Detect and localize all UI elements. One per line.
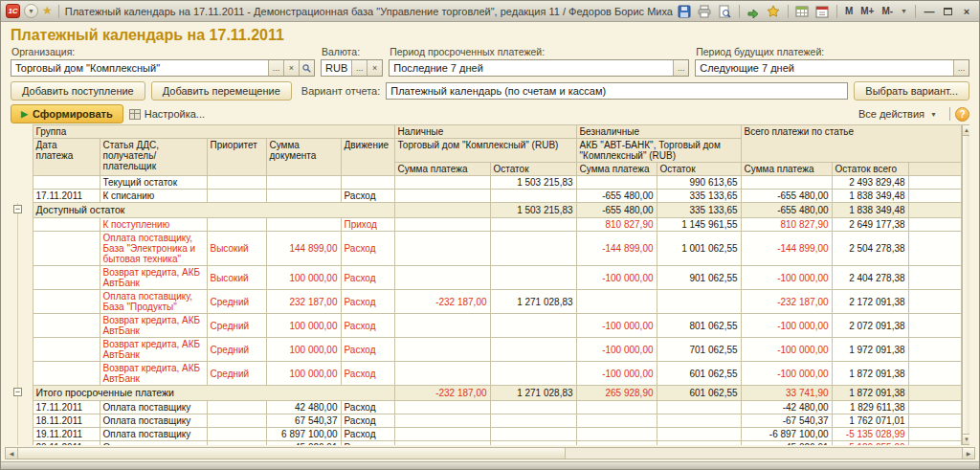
cell-article[interactable]: Возврат кредита, АКБ АвтБанк [100,266,207,290]
cell-amount[interactable] [394,314,490,338]
overdue-period-select-button[interactable]: ... [673,60,688,76]
close-button[interactable]: × [959,6,974,17]
cell-movement[interactable]: Расход [341,314,394,338]
cell-amount[interactable]: -45 026,91 [741,441,832,446]
cell-amount[interactable]: 2 404 278,38 [832,266,908,290]
table-row[interactable]: Возврат кредита, АКБ АвтБанкСредний100 0… [11,338,961,362]
cell-date[interactable] [33,362,100,386]
cell-amount[interactable] [490,338,576,362]
cell-priority[interactable] [207,441,266,446]
cell-amount[interactable]: -655 480,00 [576,203,657,218]
cell-amount[interactable]: -655 480,00 [576,190,657,203]
cell-amount[interactable]: -144 899,00 [741,232,832,266]
add-receipt-button[interactable]: Добавить поступление [11,81,145,101]
cell-amount[interactable] [657,428,741,441]
cell-priority[interactable]: Высокий [207,266,266,290]
add-transfer-button[interactable]: Добавить перемещение [151,81,292,101]
cell-movement[interactable]: Расход [341,190,394,203]
cell-doc-sum[interactable] [266,218,341,232]
table-row[interactable]: 19.11.2011Оплата поставщику6 897 100,00Р… [11,428,961,441]
cell-amount[interactable] [576,428,657,441]
cell-amount[interactable]: -100 000,00 [576,338,657,362]
cell-amount[interactable]: -232 187,00 [394,386,490,401]
currency-input[interactable]: RUB ... × [321,59,383,77]
cell-amount[interactable] [394,441,490,446]
cell-amount[interactable]: -67 540,37 [741,414,832,428]
cell-amount[interactable] [490,414,576,428]
cell-amount[interactable]: 990 613,65 [657,176,741,190]
cell-filler[interactable] [908,362,961,386]
cell-amount[interactable] [394,266,490,290]
cell-movement[interactable]: Приход [341,218,394,232]
cell-amount[interactable] [394,338,490,362]
print-icon[interactable] [697,4,713,19]
minimize-button[interactable]: — [922,6,937,17]
cell-amount[interactable] [576,441,657,446]
group-row[interactable]: −Доступный остаток1 503 215,83-655 480,0… [11,203,961,218]
cell-amount[interactable]: 2 504 278,38 [832,232,908,266]
cell-date[interactable]: 18.11.2011 [33,414,100,428]
cell-priority[interactable] [207,401,266,414]
cell-amount[interactable]: 2 072 091,38 [832,314,908,338]
cell-movement[interactable]: Расход [341,401,394,414]
add-favorite-star-icon[interactable] [766,4,782,19]
cell-filler[interactable] [908,414,961,428]
group-label[interactable]: Итого просроченные платежи [33,386,394,401]
future-period-select-button[interactable]: ... [953,60,969,76]
cell-amount[interactable]: -100 000,00 [741,362,832,386]
cell-date[interactable] [33,176,100,190]
scroll-left-icon[interactable]: ◀ [6,448,18,459]
cell-amount[interactable]: 33 741,90 [741,386,832,401]
report-table-icon[interactable] [794,4,811,19]
cell-amount[interactable] [394,362,490,386]
cell-amount[interactable]: 901 062,55 [657,266,741,290]
cell-date[interactable] [33,266,100,290]
cell-amount[interactable]: -100 000,00 [741,314,832,338]
organization-search-icon[interactable] [299,60,314,76]
cell-amount[interactable] [394,401,490,414]
cell-filler[interactable] [908,290,961,314]
cell-amount[interactable]: 601 062,55 [657,362,741,386]
cell-amount[interactable] [394,176,490,190]
report-variant-value[interactable]: Платежный календарь (по счетам и кассам) [387,83,847,99]
cell-amount[interactable]: 810 827,90 [576,218,657,232]
cell-amount[interactable]: -655 480,00 [741,203,832,218]
cell-priority[interactable] [207,176,266,190]
cell-priority[interactable] [207,218,266,232]
cell-date[interactable] [33,232,100,266]
table-row[interactable]: Возврат кредита, АКБ АвтБанкСредний100 0… [11,362,961,386]
cell-doc-sum[interactable]: 100 000,00 [266,266,341,290]
cell-amount[interactable] [657,401,741,414]
cell-doc-sum[interactable]: 67 540,37 [266,414,341,428]
cell-filler[interactable] [908,190,961,203]
cell-movement[interactable]: Расход [341,232,394,266]
cell-filler[interactable] [908,176,961,190]
overdue-period-value[interactable]: Последние 7 дней [390,60,673,76]
cell-doc-sum[interactable] [266,190,341,203]
cell-article[interactable]: Оплата поставщику [100,414,207,428]
cell-article[interactable]: Текущий остаток [100,176,207,190]
cell-amount[interactable]: 1 829 611,38 [832,401,908,414]
cell-amount[interactable]: -5 180 055,90 [832,441,908,446]
cell-amount[interactable]: 265 928,90 [576,386,657,401]
cell-amount[interactable]: -144 899,00 [576,232,657,266]
cell-amount[interactable]: -42 480,00 [741,401,832,414]
cell-filler[interactable] [908,428,961,441]
group-label[interactable]: Доступный остаток [33,203,394,218]
cell-doc-sum[interactable]: 42 480,00 [266,401,341,414]
generate-button[interactable]: ▶ Сформировать [11,104,123,123]
cell-date[interactable] [33,338,100,362]
vertical-scroll-thumb[interactable] [963,136,969,434]
table-row[interactable]: 18.11.2011Оплата поставщику67 540,37Расх… [11,414,961,428]
cell-amount[interactable] [490,266,576,290]
cell-amount[interactable] [490,441,576,446]
calendar-icon[interactable] [814,4,831,19]
favorites-star-icon[interactable]: ★ [42,4,53,18]
cell-priority[interactable] [207,428,266,441]
cell-amount[interactable]: -232 187,00 [394,290,490,314]
cell-doc-sum[interactable]: 232 187,00 [266,290,341,314]
cell-date[interactable] [33,314,100,338]
cell-priority[interactable]: Средний [207,314,266,338]
cell-amount[interactable]: -100 000,00 [576,362,657,386]
table-row[interactable]: 20.11.2011Оплата поставщику45 026,91Расх… [11,441,961,446]
